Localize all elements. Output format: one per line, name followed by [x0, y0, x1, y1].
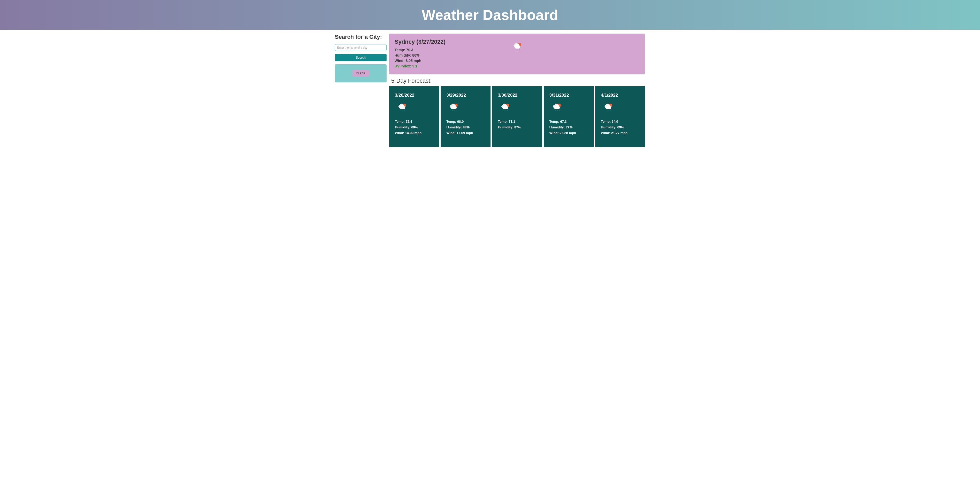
forecast-wind: Wind: 17.69 mph [446, 131, 485, 135]
cloud-sun-rain-icon: ⠂⠂⠂ [604, 103, 640, 112]
forecast-date: 3/29/2022 [446, 93, 485, 98]
history-panel: CLEAR [335, 64, 387, 82]
forecast-humidity: Humidity: 69% [395, 125, 433, 130]
forecast-wind: Wind: 14.99 mph [395, 131, 433, 135]
forecast-temp: Temp: 72.4 [395, 120, 433, 124]
city-search-input[interactable] [335, 44, 387, 51]
forecast-wind: Wind: 25.28 mph [549, 131, 588, 135]
forecast-date: 3/30/2022 [498, 93, 536, 98]
clear-button[interactable]: CLEAR [352, 70, 369, 77]
sidebar: Search for a City: Search CLEAR [335, 33, 387, 147]
forecast-humidity: Humidity: 87% [498, 125, 536, 130]
forecast-humidity: Humidity: 88% [446, 125, 485, 130]
search-button[interactable]: Search [335, 54, 387, 61]
forecast-wind: Wind: 21.77 mph [601, 131, 640, 135]
page-title: Weather Dashboard [0, 6, 980, 23]
forecast-humidity: Humidity: 72% [549, 125, 588, 130]
forecast-card: 4/1/2022 ⠂⠂⠂ Temp: 64.9 Humidity: 69% Wi… [595, 86, 645, 147]
forecast-date: 4/1/2022 [601, 93, 640, 98]
current-weather-card: Sydney (3/27/2022) Temp: 70.3 Humidity: … [389, 33, 645, 75]
forecast-temp: Temp: 71.1 [498, 120, 536, 124]
forecast-temp: Temp: 67.3 [549, 120, 588, 124]
forecast-temp: Temp: 68.0 [446, 120, 485, 124]
forecast-date: 3/31/2022 [549, 93, 588, 98]
forecast-temp: Temp: 64.9 [601, 120, 640, 124]
forecast-humidity: Humidity: 69% [601, 125, 640, 130]
cloud-sun-rain-icon: ⠂⠂⠂ [501, 103, 536, 112]
search-heading: Search for a City: [335, 33, 387, 40]
cloud-sun-rain-icon: ⠂⠂⠂ [552, 103, 588, 112]
forecast-card: 3/29/2022 ⠂⠂⠂ Temp: 68.0 Humidity: 88% W… [441, 86, 490, 147]
app-header: Weather Dashboard [0, 0, 980, 30]
forecast-card: 3/30/2022 ⠂⠂⠂ Temp: 71.1 Humidity: 87% [492, 86, 542, 147]
forecast-row: 3/28/2022 ⠂⠂⠂ Temp: 72.4 Humidity: 69% W… [389, 86, 645, 147]
cloud-sun-rain-icon: ⠂⠂⠂ [513, 43, 521, 51]
current-humidity: Humidity: 86% [395, 53, 640, 57]
main-container: Search for a City: Search CLEAR Sydney (… [335, 30, 645, 147]
forecast-heading: 5-Day Forecast: [391, 78, 645, 84]
forecast-card: 3/28/2022 ⠂⠂⠂ Temp: 72.4 Humidity: 69% W… [389, 86, 439, 147]
cloud-sun-rain-icon: ⠂⠂⠂ [449, 103, 485, 112]
current-wind: Wind: 8.05 mph [395, 59, 640, 63]
forecast-card: 3/31/2022 ⠂⠂⠂ Temp: 67.3 Humidity: 72% W… [544, 86, 594, 147]
cloud-sun-rain-icon: ⠂⠂⠂ [398, 103, 433, 112]
main-content: Sydney (3/27/2022) Temp: 70.3 Humidity: … [389, 33, 645, 147]
forecast-date: 3/28/2022 [395, 93, 433, 98]
current-uv-index: UV Index: 3.1 [395, 64, 640, 68]
